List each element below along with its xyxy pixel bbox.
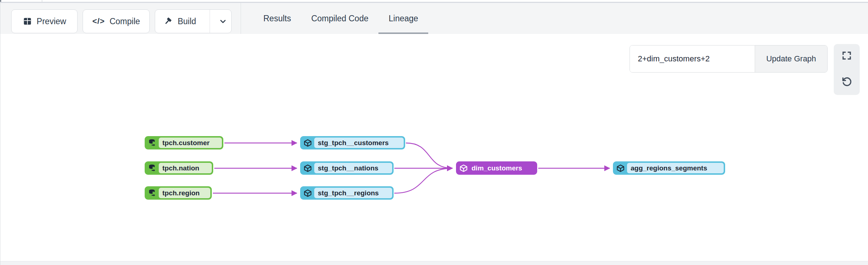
lineage-node-agg-regions-segments[interactable]: agg_regions_segments bbox=[613, 161, 725, 175]
hammer-icon bbox=[164, 17, 173, 26]
tab-compiled-code-label: Compiled Code bbox=[311, 14, 369, 23]
code-icon: </> bbox=[92, 17, 105, 26]
tab-results[interactable]: Results bbox=[253, 3, 301, 34]
build-button-label: Build bbox=[177, 17, 196, 26]
fullscreen-icon bbox=[841, 50, 852, 61]
cube-icon bbox=[301, 189, 314, 197]
lineage-edge-stg-tpch-regions--dim-customers bbox=[394, 168, 452, 193]
compile-button-label: Compile bbox=[110, 17, 140, 26]
lineage-canvas[interactable]: tpch.customertpch.nationtpch.regionstg_t… bbox=[0, 0, 868, 265]
node-label: tpch.region bbox=[159, 188, 210, 198]
cube-icon bbox=[301, 139, 314, 147]
tab-compiled-code[interactable]: Compiled Code bbox=[301, 3, 379, 34]
table-icon bbox=[23, 17, 32, 26]
lineage-node-tpch-region[interactable]: tpch.region bbox=[145, 186, 212, 200]
lineage-node-stg-tpch-regions[interactable]: stg_tpch__regions bbox=[300, 186, 394, 200]
build-options-button[interactable] bbox=[215, 10, 231, 33]
tab-results-label: Results bbox=[263, 14, 291, 23]
build-button-divider bbox=[210, 10, 210, 33]
lineage-node-stg-tpch-nations[interactable]: stg_tpch__nations bbox=[300, 161, 394, 175]
chevron-down-icon bbox=[219, 17, 227, 26]
node-label: tpch.customer bbox=[159, 138, 222, 148]
lineage-selector-group: Update Graph bbox=[630, 45, 828, 73]
cube-icon bbox=[457, 164, 470, 173]
lineage-node-tpch-nation[interactable]: tpch.nation bbox=[145, 161, 213, 175]
reset-view-button[interactable] bbox=[841, 76, 852, 88]
lineage-node-tpch-customer[interactable]: tpch.customer bbox=[145, 136, 223, 149]
tab-lineage[interactable]: Lineage bbox=[378, 3, 428, 34]
lineage-edges bbox=[0, 0, 868, 265]
node-label: stg_tpch__regions bbox=[314, 188, 392, 198]
lineage-node-dim-customers[interactable]: dim_customers bbox=[456, 161, 537, 175]
lineage-selector-input[interactable] bbox=[630, 45, 755, 72]
database-export-icon bbox=[145, 189, 159, 197]
rotate-ccw-icon bbox=[841, 77, 852, 88]
toolbar-divider bbox=[241, 3, 241, 34]
build-button[interactable]: Build bbox=[155, 10, 205, 33]
database-export-icon bbox=[145, 164, 159, 172]
lineage-node-stg-tpch-customers[interactable]: stg_tpch__customers bbox=[300, 136, 405, 149]
node-label: tpch.nation bbox=[159, 163, 212, 173]
node-label: agg_regions_segments bbox=[627, 163, 724, 173]
node-label: stg_tpch__nations bbox=[314, 163, 392, 173]
cube-icon bbox=[301, 164, 314, 173]
lineage-view-panel bbox=[834, 44, 860, 95]
node-label: stg_tpch__customers bbox=[314, 138, 404, 148]
fullscreen-button[interactable] bbox=[841, 50, 852, 61]
build-split-button: Build bbox=[155, 9, 232, 33]
node-label: dim_customers bbox=[470, 163, 536, 173]
tab-lineage-label: Lineage bbox=[389, 14, 418, 23]
compile-button[interactable]: </> Compile bbox=[83, 9, 150, 33]
cube-icon bbox=[614, 164, 627, 173]
status-bar-strip bbox=[0, 261, 868, 265]
result-tabs: Results Compiled Code Lineage bbox=[253, 3, 428, 34]
update-graph-button[interactable]: Update Graph bbox=[755, 45, 827, 72]
preview-button[interactable]: Preview bbox=[11, 9, 78, 33]
preview-button-label: Preview bbox=[37, 17, 66, 26]
results-toolbar: Preview </> Compile Build Results Compil… bbox=[0, 3, 868, 34]
database-export-icon bbox=[145, 139, 159, 147]
lineage-edge-stg-tpch-customers--dim-customers bbox=[406, 143, 452, 168]
